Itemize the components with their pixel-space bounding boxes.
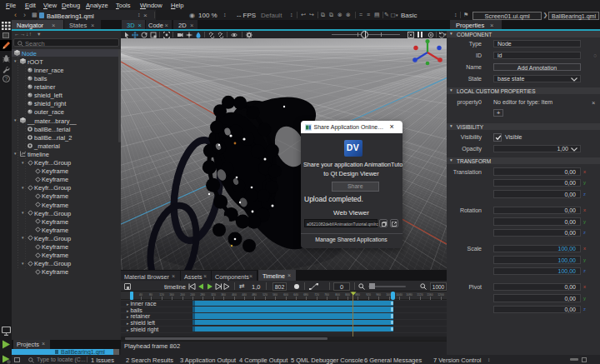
svg-text:?: ? (5, 76, 8, 82)
